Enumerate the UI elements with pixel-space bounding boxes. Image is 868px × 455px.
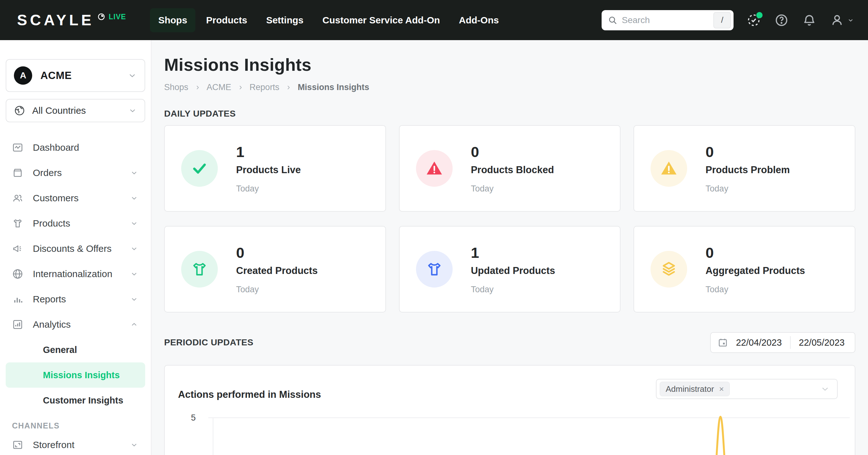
- sidebar-item-dashboard[interactable]: Dashboard: [6, 135, 145, 160]
- nav-products[interactable]: Products: [198, 8, 255, 32]
- card-caption: Today: [706, 184, 790, 194]
- tshirt-icon: [12, 218, 23, 229]
- environment-badge: LIVE: [97, 12, 126, 21]
- chevron-down-icon: [130, 295, 138, 303]
- sidebar-item-label: Customer Insights: [43, 395, 123, 406]
- card-value: 0: [236, 244, 317, 261]
- sidebar-item-label: General: [43, 345, 77, 355]
- scayle-logo: SCAYLE: [17, 8, 94, 32]
- help-icon[interactable]: [775, 13, 788, 27]
- sidebar-item-discounts-offers[interactable]: Discounts & Offers: [6, 236, 145, 261]
- filter-tag-administrator: Administrator ×: [660, 382, 730, 396]
- calendar-icon: [718, 338, 728, 347]
- card-label: Products Blocked: [471, 164, 554, 176]
- card-products-live: 1 Products Live Today: [164, 125, 386, 212]
- chevron-down-icon: [127, 71, 137, 80]
- status-dot: [756, 12, 763, 18]
- chevron-right-icon: [238, 85, 243, 90]
- close-icon[interactable]: ×: [719, 385, 724, 393]
- sidebar-item-customer-insights[interactable]: Customer Insights: [6, 388, 145, 413]
- card-created-products: 0 Created Products Today: [164, 226, 386, 313]
- main-content[interactable]: Missions Insights Shops ACME Reports Mis…: [152, 40, 868, 455]
- storefront-icon: [12, 439, 23, 451]
- date-range-picker[interactable]: 22/04/2023 22/05/2023: [710, 332, 856, 353]
- card-label: Updated Products: [471, 265, 555, 277]
- card-caption: Today: [471, 184, 554, 194]
- order-box-icon: [12, 167, 23, 178]
- chevron-down-icon: [847, 17, 854, 24]
- sidebar-item-storefront[interactable]: Storefront: [6, 432, 145, 455]
- shop-avatar: A: [14, 66, 32, 85]
- card-value: 0: [471, 143, 554, 161]
- sidebar-item-label: Customers: [33, 193, 79, 203]
- megaphone-icon: [12, 243, 23, 254]
- chevron-down-icon: [130, 219, 138, 227]
- country-label: All Countries: [32, 105, 86, 116]
- shop-selector[interactable]: A ACME: [6, 59, 145, 92]
- chevron-right-icon: [286, 85, 291, 90]
- nav-customer-service-add-on[interactable]: Customer Service Add-On: [314, 8, 448, 32]
- breadcrumb-reports[interactable]: Reports: [250, 83, 280, 92]
- bar-chart-icon: [12, 293, 23, 305]
- periodic-updates-label: PERIODIC UPDATES: [164, 338, 253, 347]
- breadcrumb: Shops ACME Reports Missions Insights: [164, 83, 856, 92]
- user-filter-select[interactable]: Administrator ×: [656, 379, 838, 399]
- sidebar-item-customers[interactable]: Customers: [6, 186, 145, 211]
- channels-section-label: CHANNELS: [12, 421, 145, 430]
- nav-settings[interactable]: Settings: [258, 8, 312, 32]
- shop-name: ACME: [40, 69, 72, 82]
- card-value: 1: [236, 143, 301, 161]
- country-selector[interactable]: All Countries: [6, 99, 145, 122]
- sidebar: A ACME All Countries Dashboard: [0, 40, 152, 455]
- card-products-blocked: 0 Products Blocked Today: [399, 125, 621, 212]
- sidebar-item-general[interactable]: General: [6, 337, 145, 363]
- card-caption: Today: [236, 184, 301, 194]
- page-title: Missions Insights: [164, 55, 856, 75]
- chevron-down-icon: [130, 245, 138, 253]
- card-caption: Today: [706, 285, 805, 294]
- analytics-icon: [12, 319, 23, 330]
- sidebar-item-products[interactable]: Products: [6, 211, 145, 236]
- globe-icon: [14, 105, 25, 116]
- search-icon: [608, 16, 617, 25]
- sidebar-item-label: Products: [33, 218, 70, 229]
- sidebar-item-analytics[interactable]: Analytics: [6, 312, 145, 337]
- globe-icon: [12, 268, 23, 280]
- card-aggregated-products: 0 Aggregated Products Today: [633, 226, 856, 313]
- date-to[interactable]: 22/05/2023: [790, 336, 853, 349]
- date-from[interactable]: 22/04/2023: [728, 336, 790, 349]
- search-shortcut-key: /: [713, 12, 731, 28]
- nav-shops[interactable]: Shops: [150, 8, 195, 32]
- sidebar-item-label: Reports: [33, 294, 66, 305]
- daily-cards-grid: 1 Products Live Today 0 Products Blocked…: [164, 125, 856, 313]
- actions-chart-card: Actions performed in Missions Administra…: [164, 365, 856, 455]
- breadcrumb-shops[interactable]: Shops: [164, 83, 188, 92]
- sidebar-item-orders[interactable]: Orders: [6, 160, 145, 186]
- notifications-icon[interactable]: [802, 13, 816, 27]
- filter-tag-label: Administrator: [666, 384, 714, 394]
- account-menu[interactable]: [830, 13, 854, 27]
- topbar-icon-group: [747, 13, 854, 27]
- breadcrumb-current: Missions Insights: [298, 83, 369, 92]
- line-chart: [165, 403, 856, 455]
- nav-add-ons[interactable]: Add-Ons: [451, 8, 507, 32]
- tasks-status-icon[interactable]: [747, 13, 761, 27]
- global-search[interactable]: /: [601, 10, 734, 30]
- card-caption: Today: [471, 285, 555, 294]
- sidebar-item-label: Orders: [33, 168, 62, 178]
- chevron-down-icon: [130, 169, 138, 177]
- sidebar-item-internationalization[interactable]: Internationalization: [6, 261, 145, 287]
- activity-icon: [12, 142, 23, 153]
- daily-updates-label: DAILY UPDATES: [164, 109, 856, 119]
- sidebar-menu: Dashboard Orders Customers Pr: [6, 135, 145, 413]
- breadcrumb-acme[interactable]: ACME: [207, 83, 231, 92]
- brand[interactable]: SCAYLE LIVE: [17, 8, 126, 32]
- search-input[interactable]: [622, 15, 713, 25]
- chevron-down-icon: [820, 384, 830, 394]
- chevron-down-icon: [130, 441, 138, 449]
- chevron-up-icon: [130, 320, 138, 329]
- layers-icon: [651, 251, 687, 287]
- sidebar-item-missions-insights[interactable]: Missions Insights: [6, 363, 145, 388]
- card-caption: Today: [236, 285, 317, 294]
- sidebar-item-reports[interactable]: Reports: [6, 287, 145, 312]
